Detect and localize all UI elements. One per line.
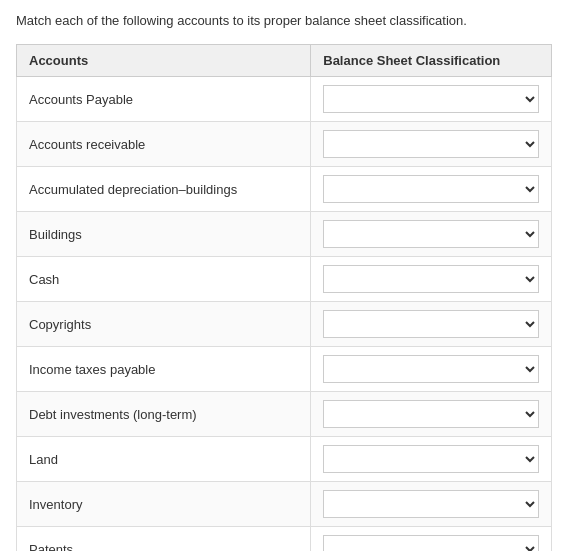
dropdown-cell-accounts-payable: Current AssetsLong-term InvestmentsPrope…: [311, 77, 552, 122]
col-header-classification: Balance Sheet Classification: [311, 45, 552, 77]
table-row: LandCurrent AssetsLong-term InvestmentsP…: [17, 437, 552, 482]
dropdown-cell-copyrights: Current AssetsLong-term InvestmentsPrope…: [311, 302, 552, 347]
account-label-land: Land: [17, 437, 311, 482]
dropdown-cell-debt-investments: Current AssetsLong-term InvestmentsPrope…: [311, 392, 552, 437]
classification-select-copyrights[interactable]: Current AssetsLong-term InvestmentsPrope…: [323, 310, 539, 338]
classification-select-patents[interactable]: Current AssetsLong-term InvestmentsPrope…: [323, 535, 539, 551]
classification-select-debt-investments[interactable]: Current AssetsLong-term InvestmentsPrope…: [323, 400, 539, 428]
table-row: PatentsCurrent AssetsLong-term Investmen…: [17, 527, 552, 551]
account-label-accumulated-depreciation: Accumulated depreciation–buildings: [17, 167, 311, 212]
table-row: InventoryCurrent AssetsLong-term Investm…: [17, 482, 552, 527]
dropdown-cell-accumulated-depreciation: Current AssetsLong-term InvestmentsPrope…: [311, 167, 552, 212]
table-row: Accounts receivableCurrent AssetsLong-te…: [17, 122, 552, 167]
match-table: Accounts Balance Sheet Classification Ac…: [16, 44, 552, 551]
classification-select-land[interactable]: Current AssetsLong-term InvestmentsPrope…: [323, 445, 539, 473]
dropdown-cell-cash: Current AssetsLong-term InvestmentsPrope…: [311, 257, 552, 302]
classification-select-inventory[interactable]: Current AssetsLong-term InvestmentsPrope…: [323, 490, 539, 518]
account-label-debt-investments: Debt investments (long-term): [17, 392, 311, 437]
table-row: CashCurrent AssetsLong-term InvestmentsP…: [17, 257, 552, 302]
table-row: CopyrightsCurrent AssetsLong-term Invest…: [17, 302, 552, 347]
classification-select-accumulated-depreciation[interactable]: Current AssetsLong-term InvestmentsPrope…: [323, 175, 539, 203]
account-label-buildings: Buildings: [17, 212, 311, 257]
col-header-accounts: Accounts: [17, 45, 311, 77]
account-label-patents: Patents: [17, 527, 311, 551]
classification-select-buildings[interactable]: Current AssetsLong-term InvestmentsPrope…: [323, 220, 539, 248]
instruction-text: Match each of the following accounts to …: [16, 12, 552, 30]
table-row: Income taxes payableCurrent AssetsLong-t…: [17, 347, 552, 392]
account-label-inventory: Inventory: [17, 482, 311, 527]
dropdown-cell-patents: Current AssetsLong-term InvestmentsPrope…: [311, 527, 552, 551]
main-container: Match each of the following accounts to …: [0, 0, 568, 551]
table-row: Accumulated depreciation–buildingsCurren…: [17, 167, 552, 212]
dropdown-cell-land: Current AssetsLong-term InvestmentsPrope…: [311, 437, 552, 482]
account-label-accounts-receivable: Accounts receivable: [17, 122, 311, 167]
account-label-cash: Cash: [17, 257, 311, 302]
classification-select-accounts-payable[interactable]: Current AssetsLong-term InvestmentsPrope…: [323, 85, 539, 113]
classification-select-cash[interactable]: Current AssetsLong-term InvestmentsPrope…: [323, 265, 539, 293]
table-body: Accounts PayableCurrent AssetsLong-term …: [17, 77, 552, 551]
dropdown-cell-income-taxes-payable: Current AssetsLong-term InvestmentsPrope…: [311, 347, 552, 392]
account-label-income-taxes-payable: Income taxes payable: [17, 347, 311, 392]
classification-select-accounts-receivable[interactable]: Current AssetsLong-term InvestmentsPrope…: [323, 130, 539, 158]
dropdown-cell-inventory: Current AssetsLong-term InvestmentsPrope…: [311, 482, 552, 527]
table-row: BuildingsCurrent AssetsLong-term Investm…: [17, 212, 552, 257]
dropdown-cell-buildings: Current AssetsLong-term InvestmentsPrope…: [311, 212, 552, 257]
table-header-row: Accounts Balance Sheet Classification: [17, 45, 552, 77]
table-row: Accounts PayableCurrent AssetsLong-term …: [17, 77, 552, 122]
account-label-copyrights: Copyrights: [17, 302, 311, 347]
dropdown-cell-accounts-receivable: Current AssetsLong-term InvestmentsPrope…: [311, 122, 552, 167]
table-row: Debt investments (long-term)Current Asse…: [17, 392, 552, 437]
classification-select-income-taxes-payable[interactable]: Current AssetsLong-term InvestmentsPrope…: [323, 355, 539, 383]
account-label-accounts-payable: Accounts Payable: [17, 77, 311, 122]
